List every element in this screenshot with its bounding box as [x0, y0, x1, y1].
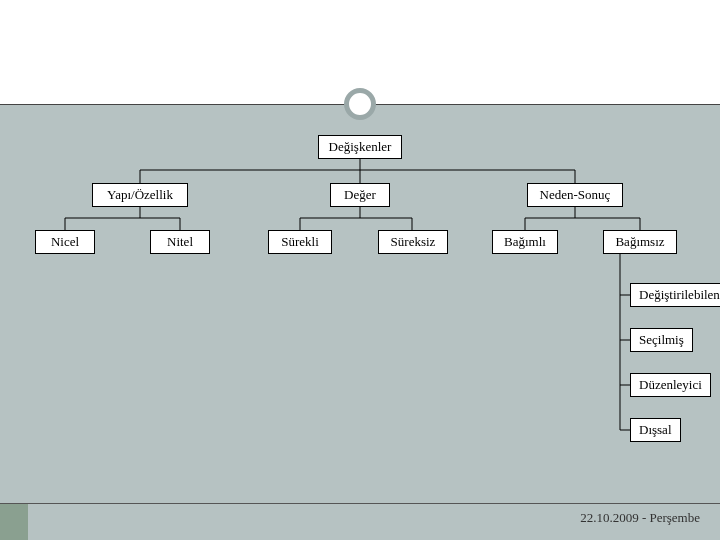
node-label: Neden-Sonuç	[540, 187, 611, 203]
node-label: Nicel	[51, 234, 79, 250]
node-label: Düzenleyici	[639, 377, 702, 393]
node-value: Değer	[330, 183, 390, 207]
node-independent: Bağımsız	[603, 230, 677, 254]
node-label: Nitel	[167, 234, 193, 250]
node-structure: Yapı/Özellik	[92, 183, 188, 207]
node-moderator: Düzenleyici	[630, 373, 711, 397]
node-label: Yapı/Özellik	[107, 187, 173, 203]
footer-date-text: 22.10.2009 - Perşembe	[580, 510, 700, 525]
node-selected: Seçilmiş	[630, 328, 693, 352]
footer-date: 22.10.2009 - Perşembe	[580, 510, 700, 526]
footer-accent	[0, 504, 28, 540]
node-label: Seçilmiş	[639, 332, 684, 348]
node-label: Bağımsız	[615, 234, 664, 250]
decorative-circle	[344, 88, 376, 120]
node-dependent: Bağımlı	[492, 230, 558, 254]
node-quantitative: Nicel	[35, 230, 95, 254]
node-label: Bağımlı	[504, 234, 546, 250]
node-discrete: Süreksiz	[378, 230, 448, 254]
footer-rule	[0, 503, 720, 504]
node-external: Dışsal	[630, 418, 681, 442]
node-label: Süreksiz	[391, 234, 436, 250]
node-label: Sürekli	[281, 234, 319, 250]
node-label: Dışsal	[639, 422, 672, 438]
node-cause: Neden-Sonuç	[527, 183, 623, 207]
node-root: Değişkenler	[318, 135, 402, 159]
node-continuous: Sürekli	[268, 230, 332, 254]
diagram-area	[0, 105, 720, 540]
node-label: Değer	[344, 187, 376, 203]
node-qualitative: Nitel	[150, 230, 210, 254]
node-changeable: Değiştirilebilen	[630, 283, 720, 307]
node-label: Değiştirilebilen	[639, 287, 720, 303]
node-label: Değişkenler	[329, 139, 392, 155]
